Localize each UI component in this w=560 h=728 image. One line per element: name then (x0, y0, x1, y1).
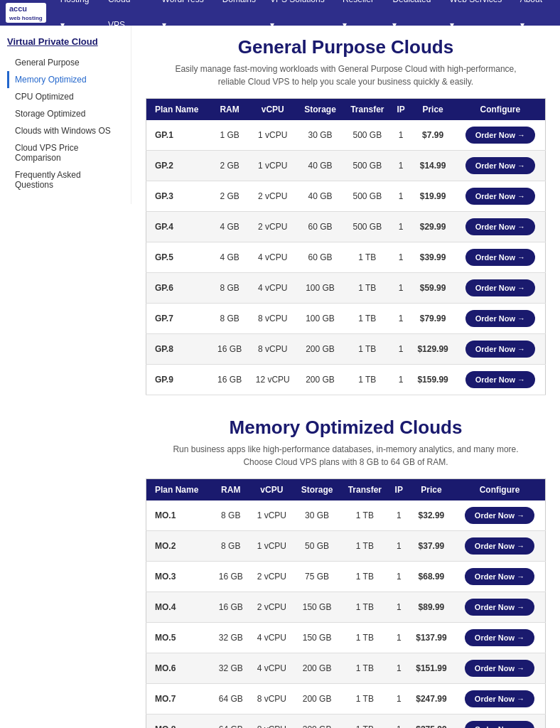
mo-plan-name: MO.4 (146, 592, 212, 623)
gp-configure[interactable]: Order Now → (456, 151, 546, 181)
gp-price: $14.99 (410, 151, 455, 181)
sidebar-item-memory-optimized[interactable]: Memory Optimized (7, 71, 124, 88)
gp-ram: 8 GB (211, 273, 249, 304)
gp-col-plan: Plan Name (146, 99, 211, 121)
mo-col-transfer: Transfer (340, 479, 389, 501)
gp-order-btn-8[interactable]: Order Now → (465, 371, 535, 388)
gp-plan-name: GP.4 (146, 212, 211, 242)
mo-order-btn-7[interactable]: Order Now → (465, 721, 534, 728)
mo-storage: 150 GB (294, 623, 340, 653)
gp-storage: 40 GB (297, 181, 343, 212)
gp-ram: 16 GB (211, 334, 249, 365)
sidebar-item-general-purpose[interactable]: General Purpose (7, 54, 124, 71)
table-row: GP.9 16 GB 12 vCPU 200 GB 1 TB 1 $159.99… (146, 365, 546, 395)
mo-configure[interactable]: Order Now → (454, 653, 546, 684)
mo-ip: 1 (389, 684, 409, 714)
table-row: GP.2 2 GB 1 vCPU 40 GB 500 GB 1 $14.99 O… (146, 151, 546, 181)
mo-col-configure: Configure (454, 479, 546, 501)
gp-col-vcpu: vCPU (248, 99, 297, 121)
mo-ram: 32 GB (212, 623, 249, 653)
mo-order-btn-1[interactable]: Order Now → (465, 537, 534, 555)
mo-order-btn-0[interactable]: Order Now → (465, 507, 534, 524)
mo-order-btn-6[interactable]: Order Now → (465, 690, 534, 707)
mo-price: $137.99 (409, 623, 454, 653)
mo-plan-name: MO.2 (146, 531, 212, 562)
mo-col-ram: RAM (212, 479, 249, 501)
sidebar-item-cpu-optimized[interactable]: CPU Optimized (7, 88, 124, 105)
gp-vcpu: 2 vCPU (248, 181, 297, 212)
gp-configure[interactable]: Order Now → (456, 242, 546, 273)
mo-order-btn-5[interactable]: Order Now → (465, 660, 534, 677)
gp-transfer: 500 GB (343, 181, 392, 212)
mo-configure[interactable]: Order Now → (454, 531, 546, 562)
gp-configure[interactable]: Order Now → (456, 365, 546, 395)
mo-ip: 1 (389, 531, 409, 562)
nav-domains[interactable]: Domains (215, 0, 263, 12)
table-row: GP.5 4 GB 4 vCPU 60 GB 1 TB 1 $39.99 Ord… (146, 242, 546, 273)
mo-configure[interactable]: Order Now → (454, 623, 546, 653)
gp-configure[interactable]: Order Now → (456, 181, 546, 212)
gp-storage: 60 GB (297, 212, 343, 242)
sidebar-item-price-comparison[interactable]: Cloud VPS Price Comparison (7, 139, 124, 166)
gp-ram: 2 GB (211, 181, 249, 212)
gp-price: $79.99 (410, 304, 455, 334)
gp-order-btn-2[interactable]: Order Now → (465, 188, 535, 205)
mo-storage: 50 GB (294, 531, 340, 562)
mo-order-btn-2[interactable]: Order Now → (465, 568, 534, 585)
mo-transfer: 1 TB (340, 623, 389, 653)
gp-price: $39.99 (410, 242, 455, 273)
gp-order-btn-3[interactable]: Order Now → (465, 218, 535, 235)
gp-order-btn-7[interactable]: Order Now → (465, 341, 535, 358)
gp-configure[interactable]: Order Now → (456, 334, 546, 365)
mo-table: Plan Name RAM vCPU Storage Transfer IP P… (146, 478, 546, 728)
gp-vcpu: 8 vCPU (248, 334, 297, 365)
mo-configure[interactable]: Order Now → (454, 592, 546, 623)
mo-storage: 30 GB (294, 500, 340, 531)
gp-price: $29.99 (410, 212, 455, 242)
gp-ram: 16 GB (211, 365, 249, 395)
gp-col-price: Price (410, 99, 455, 121)
logo: accuweb hosting (6, 3, 46, 23)
sidebar-item-faq[interactable]: Frequently Asked Questions (7, 166, 124, 193)
mo-ram: 32 GB (212, 653, 249, 684)
gp-col-transfer: Transfer (343, 99, 392, 121)
sidebar-item-clouds-windows[interactable]: Clouds with Windows OS (7, 122, 124, 139)
mo-transfer: 1 TB (340, 714, 389, 729)
gp-configure[interactable]: Order Now → (456, 304, 546, 334)
gp-transfer: 500 GB (343, 151, 392, 181)
mo-configure[interactable]: Order Now → (454, 562, 546, 592)
gp-order-btn-1[interactable]: Order Now → (465, 157, 535, 174)
mo-transfer: 1 TB (340, 531, 389, 562)
mo-transfer: 1 TB (340, 653, 389, 684)
mo-col-vcpu: vCPU (249, 479, 294, 501)
mo-ip: 1 (389, 714, 409, 729)
gp-plan-name: GP.6 (146, 273, 211, 304)
gp-configure[interactable]: Order Now → (456, 120, 546, 151)
gp-col-storage: Storage (297, 99, 343, 121)
sidebar-item-storage-optimized[interactable]: Storage Optimized (7, 105, 124, 122)
mo-col-price: Price (409, 479, 454, 501)
table-row: GP.7 8 GB 8 vCPU 100 GB 1 TB 1 $79.99 Or… (146, 304, 546, 334)
mo-configure[interactable]: Order Now → (454, 684, 546, 714)
mo-order-btn-3[interactable]: Order Now → (465, 599, 534, 616)
gp-configure[interactable]: Order Now → (456, 212, 546, 242)
gp-configure[interactable]: Order Now → (456, 273, 546, 304)
mo-order-btn-4[interactable]: Order Now → (465, 629, 534, 646)
table-row: MO.8 64 GB 8 vCPU 300 GB 1 TB 1 $275.99 … (146, 714, 546, 729)
gp-order-btn-0[interactable]: Order Now → (465, 127, 535, 144)
gp-order-btn-6[interactable]: Order Now → (465, 310, 535, 327)
gp-transfer: 500 GB (343, 212, 392, 242)
gp-ip: 1 (392, 334, 411, 365)
mo-ram: 16 GB (212, 562, 249, 592)
mo-configure[interactable]: Order Now → (454, 714, 546, 729)
gp-title: General Purpose Clouds (146, 36, 546, 58)
mo-price: $151.99 (409, 653, 454, 684)
gp-ip: 1 (392, 365, 411, 395)
gp-order-btn-4[interactable]: Order Now → (465, 249, 535, 266)
gp-order-btn-5[interactable]: Order Now → (465, 279, 535, 296)
mo-configure[interactable]: Order Now → (454, 500, 546, 531)
gp-transfer: 1 TB (343, 273, 392, 304)
top-nav: accuweb hosting Hosting ▾ Cloud VPS Word… (0, 0, 560, 26)
mo-vcpu: 1 vCPU (249, 500, 294, 531)
gp-transfer: 1 TB (343, 242, 392, 273)
